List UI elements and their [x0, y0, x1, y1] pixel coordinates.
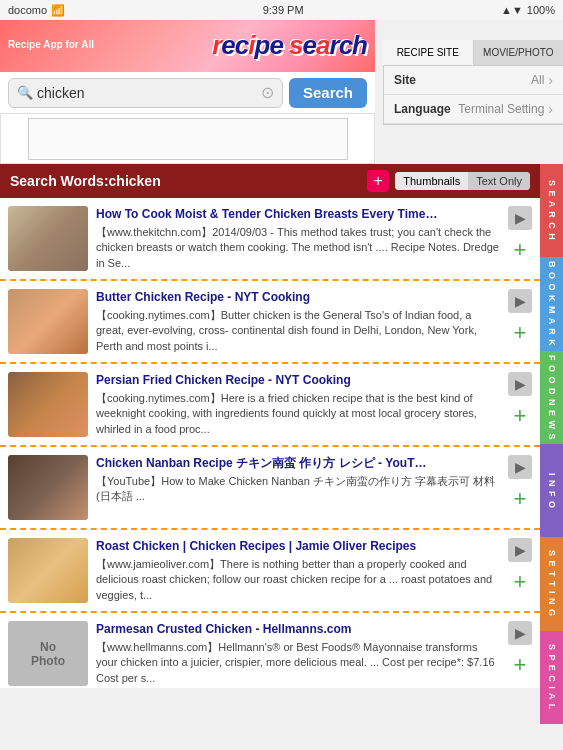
play-button[interactable]: ▶ — [508, 455, 532, 479]
language-label: Language — [394, 102, 458, 116]
list-item: Butter Chicken Recipe - NYT Cooking 【coo… — [0, 281, 540, 364]
result-thumbnail — [8, 538, 88, 603]
sidebar-item-foodnews[interactable]: F O O D N E W S — [540, 351, 563, 444]
sidebar-item-info[interactable]: I N F O — [540, 444, 563, 537]
search-input-wrapper: 🔍 ⊙ — [8, 78, 283, 108]
bookmark-add-button[interactable]: + — [508, 238, 532, 262]
chevron-right-icon-2: › — [548, 101, 553, 117]
result-actions: ▶ + — [508, 538, 532, 594]
result-description: 【YouTube】How to Make Chicken Nanban チキン南… — [96, 474, 500, 505]
chevron-right-icon: › — [548, 72, 553, 88]
tab-movie-photo[interactable]: MOVIE/PHOTO — [474, 40, 564, 65]
results-area: Search Words:chicken + Thumbnails Text O… — [0, 164, 563, 724]
sidebar-item-search[interactable]: S E A R C H — [540, 164, 563, 257]
play-button[interactable]: ▶ — [508, 289, 532, 313]
clear-button[interactable]: ⊙ — [261, 83, 274, 102]
result-actions: ▶ + — [508, 372, 532, 428]
list-item: Persian Fried Chicken Recipe - NYT Cooki… — [0, 364, 540, 447]
thumbnails-view-btn[interactable]: Thumbnails — [395, 172, 468, 190]
result-thumbnail — [8, 206, 88, 271]
result-title[interactable]: Roast Chicken | Chicken Recipes | Jamie … — [96, 538, 500, 555]
results-controls: + Thumbnails Text Only — [367, 170, 530, 192]
result-title[interactable]: How To Cook Moist & Tender Chicken Breas… — [96, 206, 500, 223]
dropdown-panel: Site All › Language Terminal Setting › — [383, 66, 563, 125]
app-header: Recipe App for All recipe search — [0, 20, 375, 72]
result-content: Roast Chicken | Chicken Recipes | Jamie … — [96, 538, 500, 603]
results-header: Search Words:chicken + Thumbnails Text O… — [0, 164, 540, 198]
result-content: Persian Fried Chicken Recipe - NYT Cooki… — [96, 372, 500, 437]
bookmark-add-button[interactable]: + — [508, 404, 532, 428]
site-label: Site — [394, 73, 531, 87]
play-button[interactable]: ▶ — [508, 538, 532, 562]
search-input[interactable] — [37, 85, 261, 101]
result-thumbnail — [8, 289, 88, 354]
sidebar-item-bookmark[interactable]: B O O K M A R K — [540, 257, 563, 350]
view-toggle: Thumbnails Text Only — [395, 172, 530, 190]
play-icon: ▶ — [515, 210, 526, 226]
ad-banner — [0, 114, 375, 164]
search-bar: 🔍 ⊙ Search — [0, 72, 375, 114]
wifi-icon: 📶 — [51, 4, 65, 17]
list-item: Roast Chicken | Chicken Recipes | Jamie … — [0, 530, 540, 613]
language-row[interactable]: Language Terminal Setting › — [384, 95, 563, 124]
signal-icon: ▲▼ — [501, 4, 523, 16]
result-title[interactable]: Chicken Nanban Recipe チキン南蛮 作り方 レシピ - Yo… — [96, 455, 500, 472]
result-description: 【cooking.nytimes.com】Butter chicken is t… — [96, 308, 500, 354]
play-button[interactable]: ▶ — [508, 621, 532, 645]
play-icon: ▶ — [515, 293, 526, 309]
app-label: Recipe App for All — [8, 40, 94, 50]
list-item: Chicken Nanban Recipe チキン南蛮 作り方 レシピ - Yo… — [0, 447, 540, 530]
result-content: Parmesan Crusted Chicken - Hellmanns.com… — [96, 621, 500, 686]
play-icon: ▶ — [515, 542, 526, 558]
result-content: Butter Chicken Recipe - NYT Cooking 【coo… — [96, 289, 500, 354]
bookmark-add-button[interactable]: + — [508, 487, 532, 511]
site-row[interactable]: Site All › — [384, 66, 563, 95]
app-title: recipe search — [212, 30, 367, 61]
top-nav-tabs: RECIPE SITE MOVIE/PHOTO — [383, 40, 563, 66]
result-thumbnail-nophoto: No Photo — [8, 621, 88, 686]
tab-recipe-site[interactable]: RECIPE SITE — [383, 40, 474, 65]
results-list: How To Cook Moist & Tender Chicken Breas… — [0, 198, 540, 688]
result-actions: ▶ + — [508, 621, 532, 677]
bookmark-add-button[interactable]: + — [508, 570, 532, 594]
result-description: 【www.hellmanns.com】Hellmann's® or Best F… — [96, 640, 500, 686]
play-icon: ▶ — [515, 625, 526, 641]
play-button[interactable]: ▶ — [508, 372, 532, 396]
result-title[interactable]: Persian Fried Chicken Recipe - NYT Cooki… — [96, 372, 500, 389]
result-description: 【www.jamieoliver.com】There is nothing be… — [96, 557, 500, 603]
status-bar: docomo 📶 9:39 PM ▲▼ 100% — [0, 0, 563, 20]
result-title[interactable]: Parmesan Crusted Chicken - Hellmanns.com — [96, 621, 500, 638]
result-content: How To Cook Moist & Tender Chicken Breas… — [96, 206, 500, 271]
status-time: 9:39 PM — [263, 4, 304, 16]
search-button[interactable]: Search — [289, 78, 367, 108]
result-content: Chicken Nanban Recipe チキン南蛮 作り方 レシピ - Yo… — [96, 455, 500, 505]
result-actions: ▶ + — [508, 289, 532, 345]
play-button[interactable]: ▶ — [508, 206, 532, 230]
text-only-view-btn[interactable]: Text Only — [468, 172, 530, 190]
search-magnifier-icon: 🔍 — [17, 85, 33, 100]
result-thumbnail — [8, 372, 88, 437]
result-description: 【www.thekitchn.com】2014/09/03 - This met… — [96, 225, 500, 271]
result-actions: ▶ + — [508, 206, 532, 262]
no-photo-label: No Photo — [31, 640, 65, 668]
list-item: No Photo Parmesan Crusted Chicken - Hell… — [0, 613, 540, 688]
status-left: docomo 📶 — [8, 4, 65, 17]
battery-label: 100% — [527, 4, 555, 16]
sidebar-item-setting[interactable]: S E T T I N G — [540, 537, 563, 630]
bookmark-add-button[interactable]: + — [508, 321, 532, 345]
result-title[interactable]: Butter Chicken Recipe - NYT Cooking — [96, 289, 500, 306]
language-value: Terminal Setting — [458, 102, 544, 116]
right-sidebar: S E A R C H B O O K M A R K F O O D N E … — [540, 164, 563, 724]
list-item: How To Cook Moist & Tender Chicken Breas… — [0, 198, 540, 281]
ad-content — [28, 118, 348, 160]
site-value: All — [531, 73, 544, 87]
status-right: ▲▼ 100% — [501, 4, 555, 16]
result-thumbnail — [8, 455, 88, 520]
search-words-label: Search Words:chicken — [10, 173, 161, 189]
carrier-label: docomo — [8, 4, 47, 16]
add-result-button[interactable]: + — [367, 170, 389, 192]
bookmark-add-button[interactable]: + — [508, 653, 532, 677]
sidebar-item-special[interactable]: S P E C I A L — [540, 631, 563, 724]
result-actions: ▶ + — [508, 455, 532, 511]
play-icon: ▶ — [515, 459, 526, 475]
